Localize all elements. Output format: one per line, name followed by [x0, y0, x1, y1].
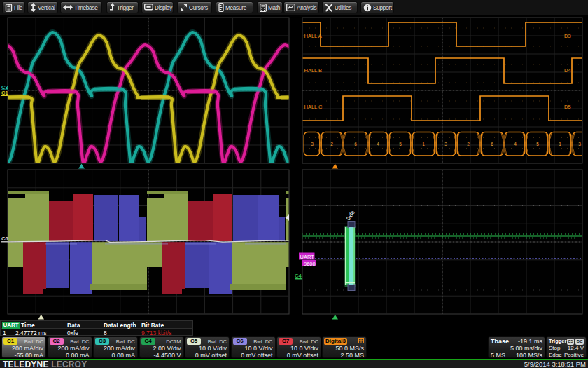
svg-text:UART: UART: [300, 254, 315, 260]
svg-text:C6: C6: [1, 236, 8, 242]
svg-text:3: 3: [444, 142, 447, 146]
svg-text:6: 6: [491, 142, 493, 146]
svg-text:C4: C4: [295, 273, 302, 279]
svg-text:HALL A: HALL A: [304, 33, 322, 39]
svg-text:5: 5: [399, 142, 402, 146]
svg-text:1: 1: [559, 142, 561, 146]
svg-text:D4: D4: [564, 67, 571, 74]
svg-text:5: 5: [536, 142, 539, 146]
svg-text:4: 4: [514, 142, 517, 146]
svg-text:3: 3: [578, 142, 581, 146]
svg-text:D3: D3: [564, 33, 571, 39]
svg-text:3: 3: [311, 142, 314, 146]
svg-text:1: 1: [422, 142, 425, 146]
svg-text:C1: C1: [1, 90, 8, 96]
svg-text:HALL B: HALL B: [304, 67, 323, 74]
svg-text:D5: D5: [564, 104, 571, 110]
svg-text:HALL C: HALL C: [304, 104, 323, 110]
svg-text:4: 4: [377, 142, 379, 146]
svg-text:9600: 9600: [304, 261, 316, 267]
svg-text:6: 6: [354, 142, 357, 146]
svg-text:2: 2: [330, 142, 333, 146]
svg-text:2: 2: [467, 142, 470, 146]
